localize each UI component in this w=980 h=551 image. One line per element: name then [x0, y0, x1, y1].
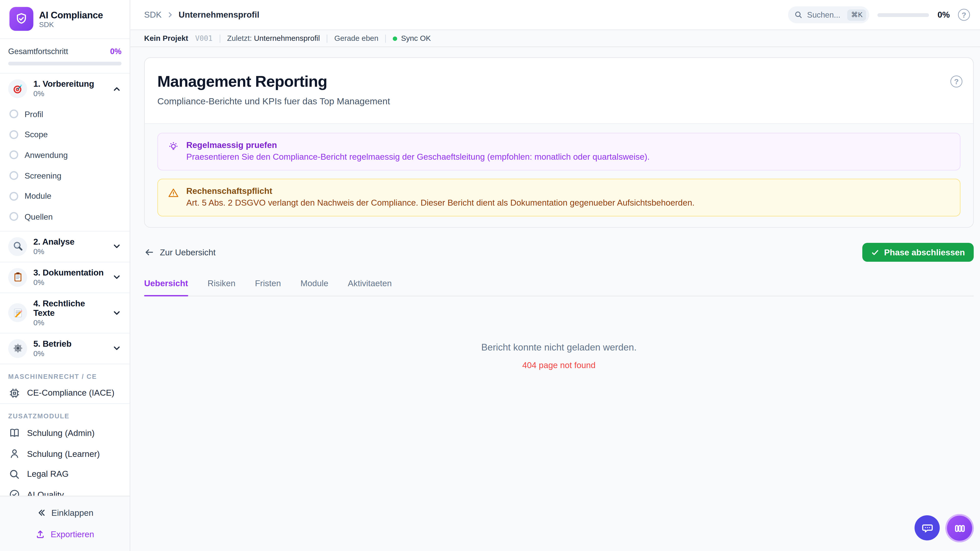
sidebar-item-legal-rag[interactable]: Legal RAG	[0, 464, 130, 484]
phase-label: 2. Analyse	[33, 237, 106, 246]
help-icon[interactable]: ?	[950, 76, 963, 87]
divider	[385, 34, 386, 42]
user-icon	[9, 448, 20, 459]
overall-progress: Gesamtfortschritt 0%	[0, 39, 130, 74]
breadcrumb-current: Unternehmensprofil	[179, 10, 259, 19]
search-icon	[9, 468, 20, 480]
sidebar-item-ai-quality[interactable]: AI Quality	[0, 484, 130, 496]
sidebar-header: AI Compliance SDK	[0, 0, 130, 39]
sync-ok-dot-icon	[393, 36, 397, 41]
warning-callout: Rechenschaftspflicht Art. 5 Abs. 2 DSGVO…	[158, 179, 961, 216]
chevron-up-icon	[112, 84, 121, 94]
check-circle-icon	[9, 489, 20, 496]
columns-icon	[953, 521, 966, 535]
topbar-progress-bar	[878, 13, 929, 17]
last-edited: Zuletzt: Unternehmensprofil	[227, 34, 320, 43]
book-open-icon	[9, 427, 20, 439]
sidebar-phase-analyse[interactable]: 2. Analyse 0%	[0, 230, 130, 262]
divider	[220, 34, 220, 42]
tab-module[interactable]: Module	[301, 279, 328, 296]
actions-row: Zur Uebersicht Phase abschliessen	[144, 243, 974, 262]
phase-percent: 0%	[33, 247, 106, 256]
sidebar-item-quellen[interactable]: Quellen	[0, 206, 130, 227]
error-404-text: 404 page not found	[144, 360, 974, 370]
search-placeholder: Suchen...	[807, 11, 843, 19]
radio-unchecked-icon	[10, 110, 18, 119]
complete-phase-button[interactable]: Phase abschliessen	[862, 243, 974, 262]
sidebar-item-module[interactable]: Module	[0, 186, 130, 206]
lightbulb-icon	[168, 141, 179, 152]
phase-percent: 0%	[33, 349, 106, 358]
upload-icon	[35, 529, 45, 539]
overall-progress-value: 0%	[110, 47, 121, 56]
tab-fristen[interactable]: Fristen	[255, 279, 281, 296]
sidebar-item-ce-compliance[interactable]: CE-Compliance (IACE)	[0, 383, 130, 403]
chip-icon	[9, 387, 20, 399]
double-chevron-left-icon	[36, 508, 46, 518]
sidebar-item-schulung-admin[interactable]: Schulung (Admin)	[0, 423, 130, 443]
phase-label: 3. Dokumentation	[33, 268, 106, 277]
app-root: AI Compliance SDK Gesamtfortschritt 0%	[0, 0, 980, 551]
radio-unchecked-icon	[10, 130, 18, 139]
chevron-right-icon	[166, 11, 174, 19]
phase-label: 5. Betrieb	[33, 339, 106, 348]
search-icon	[794, 11, 803, 19]
sidebar-item-profil[interactable]: Profil	[0, 104, 130, 124]
shield-check-icon	[14, 12, 28, 26]
project-name: Kein Projekt	[144, 34, 188, 43]
radio-unchecked-icon	[10, 151, 18, 160]
chat-fab-button[interactable]	[915, 515, 940, 540]
phase-label: 4. Rechtliche Texte	[33, 299, 106, 318]
tip-body: Praesentieren Sie den Compliance-Bericht…	[186, 152, 650, 162]
sidebar-footer: Einklappen Exportieren	[0, 495, 130, 551]
back-to-overview-link[interactable]: Zur Uebersicht	[144, 247, 216, 257]
radio-unchecked-icon	[10, 212, 18, 221]
sidebar: AI Compliance SDK Gesamtfortschritt 0%	[0, 0, 130, 551]
check-icon	[871, 248, 879, 256]
warning-body: Art. 5 Abs. 2 DSGVO verlangt den Nachwei…	[186, 198, 694, 208]
status-bar: Kein Projekt V001 Zuletzt: Unternehmensp…	[130, 30, 980, 47]
panel-toggle-fab-button[interactable]	[945, 514, 974, 542]
chevron-down-icon	[112, 308, 121, 318]
phase-percent: 0%	[33, 278, 106, 287]
search-input[interactable]: Suchen... ⌘K	[788, 6, 870, 24]
tip-title: Regelmaessig pruefen	[186, 140, 650, 150]
sidebar-phase-dokumentation[interactable]: 3. Dokumentation 0%	[0, 262, 130, 292]
overall-progress-bar	[8, 62, 121, 65]
warning-triangle-icon	[168, 187, 179, 198]
breadcrumb-root[interactable]: SDK	[144, 10, 162, 19]
export-button[interactable]: Exportieren	[0, 524, 130, 545]
empty-state: Bericht konnte nicht geladen werden. 404…	[144, 341, 974, 370]
collapse-sidebar-button[interactable]: Einklappen	[0, 502, 130, 524]
divider	[327, 34, 327, 42]
phase-label: 1. Vorbereitung	[33, 79, 106, 89]
chat-bubble-icon	[921, 521, 934, 534]
report-card: Management Reporting Compliance-Berichte…	[144, 57, 974, 227]
radio-unchecked-icon	[10, 192, 18, 200]
sidebar-item-screening[interactable]: Screening	[0, 165, 130, 186]
tab-risiken[interactable]: Risiken	[207, 279, 235, 296]
page-subtitle: Compliance-Berichte und KPIs fuer das To…	[158, 96, 961, 106]
gear-icon	[8, 339, 27, 358]
help-icon[interactable]: ?	[958, 9, 970, 21]
radio-unchecked-icon	[10, 171, 18, 180]
sidebar-phase-rechtliche-texte[interactable]: 4. Rechtliche Texte 0%	[0, 292, 130, 333]
app-subtitle: SDK	[39, 21, 103, 28]
chevron-down-icon	[112, 272, 121, 282]
tab-uebersicht[interactable]: Uebersicht	[144, 279, 188, 296]
topbar-progress-value: 0%	[938, 10, 950, 19]
app-title: AI Compliance	[39, 10, 103, 20]
tab-bar: Uebersicht Risiken Fristen Module Aktivi…	[144, 279, 974, 297]
empty-state-message: Bericht konnte nicht geladen werden.	[144, 341, 974, 352]
breadcrumb: SDK Unternehmensprofil	[144, 10, 259, 19]
tip-callout: Regelmaessig pruefen Praesentieren Sie d…	[158, 133, 961, 170]
sidebar-item-scope[interactable]: Scope	[0, 124, 130, 144]
sidebar-nav: 1. Vorbereitung 0% Profil Scope Anwendun…	[0, 74, 130, 496]
sidebar-item-schulung-learner[interactable]: Schulung (Learner)	[0, 443, 130, 464]
chevron-down-icon	[112, 344, 121, 353]
sidebar-phase-vorbereitung[interactable]: 1. Vorbereitung 0%	[0, 74, 130, 104]
sidebar-phase-betrieb[interactable]: 5. Betrieb 0%	[0, 333, 130, 364]
sidebar-item-anwendung[interactable]: Anwendung	[0, 145, 130, 165]
phase-percent: 0%	[33, 89, 106, 98]
tab-aktivitaeten[interactable]: Aktivitaeten	[348, 279, 392, 296]
